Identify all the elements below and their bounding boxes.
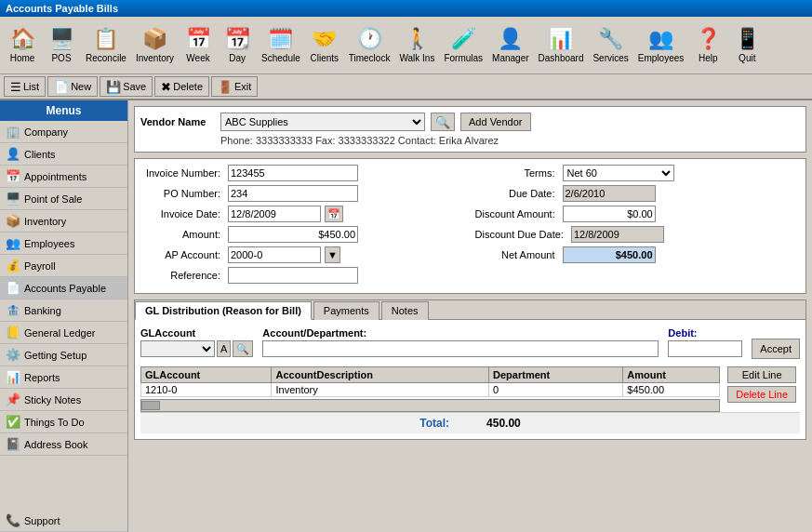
invoice-number-input[interactable]: [228, 165, 358, 181]
gl-account-search-button[interactable]: 🔍: [233, 340, 253, 357]
po-number-input[interactable]: [228, 185, 358, 202]
tab-content-gl: GLAccount A 🔍 Account/Department: Debit:: [135, 320, 805, 439]
due-date-input[interactable]: [563, 185, 656, 202]
ap-account-dropdown[interactable]: ▼: [325, 246, 340, 263]
net-amount-input: [563, 246, 656, 263]
sidebar-item-employees[interactable]: 👥 Employees: [0, 233, 127, 255]
toolbar-employees[interactable]: 👥 Employees: [634, 25, 687, 65]
gl-account-a-button[interactable]: A: [217, 340, 231, 357]
toolbar-help[interactable]: ❓ Help: [689, 25, 726, 65]
sidebar-item-accounts-payable[interactable]: 📄 Accounts Payable: [0, 277, 127, 299]
toolbar-services[interactable]: 🔧 Services: [589, 25, 632, 65]
sidebar-item-clients[interactable]: 👤 Clients: [0, 143, 127, 166]
calendar-button[interactable]: 📅: [325, 206, 343, 222]
save-button[interactable]: 💾 Save: [100, 76, 153, 97]
invoice-date-input[interactable]: [228, 206, 321, 222]
sidebar-item-pos-label: Point of Sale: [24, 193, 82, 205]
reference-label: Reference:: [140, 270, 224, 281]
getting-setup-icon: ⚙️: [6, 348, 20, 362]
row-department: 0: [489, 383, 623, 397]
reference-input[interactable]: [228, 267, 358, 284]
sidebar-item-reports[interactable]: 📊 Reports: [0, 366, 127, 389]
help-icon: ❓: [696, 27, 721, 51]
tab-notes[interactable]: Notes: [381, 301, 429, 320]
sidebar-item-appointments-label: Appointments: [24, 171, 87, 182]
toolbar-quit[interactable]: 📱 Quit: [728, 25, 765, 65]
discount-amount-input[interactable]: [563, 206, 656, 222]
toolbar-manager[interactable]: 👤 Manager: [488, 25, 532, 65]
toolbar-walkins[interactable]: 🚶 Walk Ins: [395, 25, 438, 65]
tab-payments[interactable]: Payments: [313, 301, 379, 320]
sidebar-item-company[interactable]: 🏢 Company: [0, 121, 127, 143]
toolbar-dashboard[interactable]: 📊 Dashboard: [535, 25, 588, 65]
employees-sidebar-icon: 👥: [6, 236, 20, 250]
accept-button[interactable]: Accept: [752, 339, 800, 359]
sidebar-item-inventory[interactable]: 📦 Inventory: [0, 210, 127, 233]
tab-bar: GL Distribution (Reason for Bill) Paymen…: [135, 300, 805, 320]
total-label: Total:: [419, 417, 449, 430]
sidebar-item-pos[interactable]: 🖥️ Point of Sale: [0, 188, 127, 210]
discount-amount-label: Discount Amount:: [475, 208, 559, 219]
add-vendor-button[interactable]: Add Vendor: [460, 113, 531, 131]
tab-gl-distribution[interactable]: GL Distribution (Reason for Bill): [135, 301, 312, 320]
sidebar-item-getting-setup[interactable]: ⚙️ Getting Setup: [0, 344, 127, 366]
gl-account-select[interactable]: [140, 340, 215, 357]
horizontal-scrollbar[interactable]: [140, 399, 720, 412]
general-ledger-icon: 📒: [6, 326, 20, 339]
toolbar-week[interactable]: 📅 Week: [180, 25, 217, 65]
toolbar-services-label: Services: [592, 53, 628, 63]
sidebar-item-sticky-notes[interactable]: 📌 Sticky Notes: [0, 389, 127, 411]
terms-select[interactable]: Net 60 Net 30 Net 90: [563, 165, 674, 181]
delete-button[interactable]: ✖ Delete: [154, 76, 209, 97]
total-value: 450.00: [486, 417, 521, 430]
support-icon: 📞: [6, 513, 20, 527]
new-icon: 📄: [54, 80, 69, 94]
row-description: Inventory: [272, 383, 489, 397]
exit-icon: 🚪: [218, 80, 233, 94]
list-icon: ☰: [10, 80, 21, 94]
debit-input[interactable]: [668, 340, 742, 357]
discount-amount-row: Discount Amount:: [475, 206, 801, 222]
sidebar-item-payroll[interactable]: 💰 Payroll: [0, 255, 127, 277]
toolbar-clients-label: Clients: [310, 53, 339, 63]
sidebar-header: Menus: [0, 100, 127, 121]
sidebar-item-appointments[interactable]: 📅 Appointments: [0, 166, 127, 188]
table-row[interactable]: 1210-0 Inventory 0 $450.00: [141, 383, 720, 397]
discount-due-date-input[interactable]: [571, 226, 664, 243]
delete-line-button[interactable]: Delete Line: [727, 386, 796, 403]
delete-icon: ✖: [161, 80, 171, 94]
vendor-select[interactable]: ABC Supplies: [220, 113, 425, 131]
sidebar-item-address-book-label: Address Book: [24, 439, 87, 450]
toolbar-timeclock[interactable]: 🕐 Timeclock: [345, 25, 394, 65]
toolbar-clients[interactable]: 🤝 Clients: [306, 25, 343, 65]
gl-table: GLAccount AccountDescription Department …: [140, 366, 720, 397]
account-dept-input[interactable]: [262, 340, 659, 357]
toolbar-inventory[interactable]: 📦 Inventory: [132, 25, 178, 65]
edit-line-button[interactable]: Edit Line: [727, 366, 796, 383]
toolbar-home[interactable]: 🏠 Home: [4, 25, 41, 65]
toolbar-reconcile[interactable]: 📋 Reconcile: [82, 25, 130, 65]
toolbar-schedule[interactable]: 🗓️ Schedule: [258, 25, 304, 65]
ap-account-input[interactable]: [228, 246, 321, 263]
debit-col-label: Debit:: [668, 327, 742, 339]
sidebar-item-general-ledger[interactable]: 📒 General Ledger: [0, 322, 127, 344]
toolbar-pos[interactable]: 🖥️ POS: [43, 25, 80, 65]
sidebar-item-support[interactable]: 📞 Support: [0, 510, 127, 532]
list-button[interactable]: ☰ List: [4, 76, 46, 97]
sidebar-item-banking[interactable]: 🏦 Banking: [0, 299, 127, 322]
reconcile-icon: 📋: [93, 27, 118, 51]
scrollbar-thumb[interactable]: [141, 401, 160, 410]
amount-input[interactable]: [228, 226, 358, 243]
amount-row: Amount:: [140, 226, 466, 243]
due-date-row: Due Date:: [475, 185, 801, 202]
toolbar-day-label: Day: [229, 53, 246, 63]
toolbar-day[interactable]: 📆 Day: [219, 25, 256, 65]
sidebar-item-address-book[interactable]: 📓 Address Book: [0, 433, 127, 456]
new-button[interactable]: 📄 New: [47, 76, 98, 97]
sidebar-item-things-to-do[interactable]: ✅ Things To Do: [0, 411, 127, 433]
vendor-search-button[interactable]: 🔍: [431, 113, 455, 131]
payroll-icon: 💰: [6, 259, 20, 273]
toolbar-formulas[interactable]: 🧪 Formulas: [440, 25, 486, 65]
right-action-buttons: Edit Line Delete Line: [724, 363, 800, 412]
exit-button[interactable]: 🚪 Exit: [211, 76, 258, 97]
